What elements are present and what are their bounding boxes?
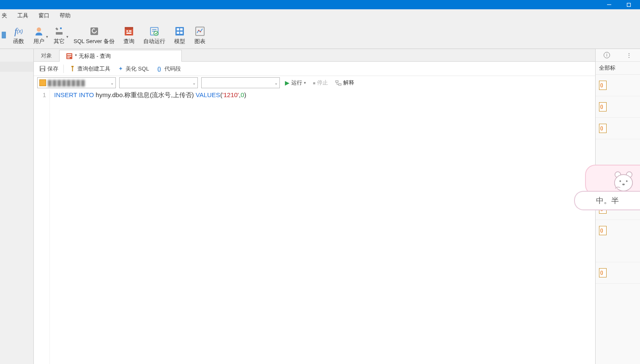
- snippet-list-item[interactable]: [596, 75, 640, 96]
- menu-bar: 夹 工具 窗口 帮助: [0, 9, 640, 22]
- menu-help[interactable]: 帮助: [55, 10, 76, 21]
- toolbar-backup[interactable]: SQL Server 备份: [69, 23, 119, 48]
- snippet-file-icon: [599, 268, 607, 277]
- toolbar-model-label: 模型: [174, 38, 185, 45]
- sql-string: '1210': [222, 91, 239, 98]
- function-icon: f(x): [13, 26, 24, 37]
- content-row: 对象 * 无标题 - 查询 保存 查询创建工: [0, 49, 640, 364]
- backup-icon: [89, 26, 100, 37]
- query-icon: [123, 26, 134, 37]
- connection-combo[interactable]: ████████ ⌄: [37, 77, 116, 88]
- chart-icon: [194, 26, 205, 37]
- snippet-list-item[interactable]: [596, 262, 640, 284]
- chevron-down-icon: ⌄: [274, 81, 278, 85]
- toolbar-partial-left[interactable]: [0, 23, 8, 48]
- info-icon[interactable]: i: [604, 52, 610, 58]
- svg-rect-7: [125, 27, 133, 29]
- query-tab-icon: [66, 53, 72, 59]
- snippet-file-icon: [599, 81, 607, 90]
- secondary-toolbar: 保存 查询创建工具 ✦ 美化 SQL () 代码段: [34, 62, 595, 76]
- builder-icon: [69, 65, 76, 72]
- svg-rect-10: [126, 33, 131, 34]
- sql-keyword: INSERT: [54, 91, 77, 98]
- menu-window[interactable]: 窗口: [33, 10, 55, 21]
- right-panel-title: 全部标: [596, 62, 640, 75]
- snippet-list-item[interactable]: [596, 220, 640, 262]
- sql-keyword: INTO: [79, 91, 94, 98]
- explain-label: 解释: [343, 79, 354, 87]
- builder-label: 查询创建工具: [77, 65, 110, 73]
- sql-text: hymy.dbo.称重信息(流水号,上传否): [94, 91, 196, 98]
- snippet-file-icon: [599, 102, 607, 111]
- database-combo[interactable]: ⌄: [119, 77, 198, 88]
- tab-objects-label: 对象: [41, 52, 52, 60]
- folder-icon: [39, 79, 46, 86]
- svg-rect-2: [2, 32, 6, 38]
- maximize-button[interactable]: [619, 0, 638, 9]
- save-button[interactable]: 保存: [37, 64, 60, 73]
- main-toolbar: f(x) 函数 用户 ▾ 其它 ▾ SQL Server 备份 查询 自动运行: [0, 22, 640, 49]
- svg-rect-4: [56, 32, 63, 35]
- save-icon: [39, 65, 46, 72]
- tab-query[interactable]: * 无标题 - 查询: [59, 50, 182, 62]
- right-panel: i ⋮ 全部标: [595, 49, 640, 364]
- toolbar-function[interactable]: f(x) 函数: [8, 23, 29, 48]
- editor-code[interactable]: INSERT INTO hymy.dbo.称重信息(流水号,上传否) VALUE…: [50, 90, 595, 364]
- sparkle-icon: ✦: [117, 65, 124, 72]
- run-button[interactable]: ▶ 运行 ▾: [283, 78, 308, 87]
- svg-rect-29: [41, 69, 44, 71]
- tab-query-label: * 无标题 - 查询: [75, 52, 111, 60]
- tools-icon: [54, 26, 65, 37]
- tabs-row: 对象 * 无标题 - 查询: [34, 49, 595, 62]
- user-icon: [33, 26, 44, 37]
- query-builder-button[interactable]: 查询创建工具: [67, 64, 112, 73]
- toolbar-query-label: 查询: [123, 38, 134, 45]
- chevron-down-icon: ▾: [46, 35, 48, 39]
- svg-point-22: [200, 31, 201, 32]
- stop-button: ■ 停止: [311, 78, 330, 87]
- toolbar-other[interactable]: 其它 ▾: [49, 23, 69, 48]
- svg-point-21: [198, 30, 200, 31]
- right-panel-header: i ⋮: [596, 49, 640, 62]
- menu-folder[interactable]: 夹: [0, 10, 12, 21]
- stop-label: 停止: [317, 79, 328, 87]
- toolbar-autorun[interactable]: 自动运行: [139, 23, 170, 48]
- svg-rect-31: [72, 67, 73, 71]
- toolbar-chart-label: 图表: [194, 38, 205, 45]
- beautify-button[interactable]: ✦ 美化 SQL: [115, 64, 151, 73]
- toolbar-chart[interactable]: 图表: [190, 23, 210, 48]
- snippet-icon: (): [156, 65, 163, 72]
- schema-combo[interactable]: ⌄: [201, 77, 280, 88]
- toolbar-query[interactable]: 查询: [119, 23, 139, 48]
- svg-rect-33: [339, 84, 341, 85]
- svg-point-14: [154, 31, 158, 35]
- snippet-list-item[interactable]: [596, 198, 640, 220]
- left-list-item[interactable]: [0, 62, 33, 72]
- svg-point-3: [37, 27, 41, 32]
- minimize-button[interactable]: [599, 0, 619, 9]
- sql-editor[interactable]: 1 INSERT INTO hymy.dbo.称重信息(流水号,上传否) VAL…: [34, 90, 595, 364]
- explain-button[interactable]: 解释: [333, 78, 356, 87]
- model-icon: [174, 26, 185, 37]
- sql-keyword: VALUES: [196, 91, 220, 98]
- svg-rect-26: [67, 57, 70, 58]
- tab-objects[interactable]: 对象: [34, 49, 59, 61]
- more-icon[interactable]: ⋮: [626, 52, 632, 59]
- snippet-list-item[interactable]: [596, 96, 640, 118]
- beautify-label: 美化 SQL: [126, 65, 149, 73]
- svg-rect-1: [627, 3, 630, 6]
- toolbar-user[interactable]: 用户 ▾: [29, 23, 49, 48]
- snippet-button[interactable]: () 代码段: [154, 64, 183, 73]
- toolbar-function-label: 函数: [13, 38, 24, 45]
- connection-value: ████████: [48, 80, 86, 86]
- svg-rect-24: [67, 54, 71, 55]
- sql-paren: ): [244, 91, 246, 98]
- toolbar-model[interactable]: 模型: [170, 23, 190, 48]
- snippet-list-item[interactable]: [596, 139, 640, 198]
- menu-tools[interactable]: 工具: [12, 10, 33, 21]
- snippet-list-item[interactable]: [596, 118, 640, 139]
- svg-rect-28: [41, 66, 44, 68]
- svg-rect-30: [71, 66, 74, 67]
- stop-icon: ■: [313, 81, 315, 85]
- title-bar: [0, 0, 640, 9]
